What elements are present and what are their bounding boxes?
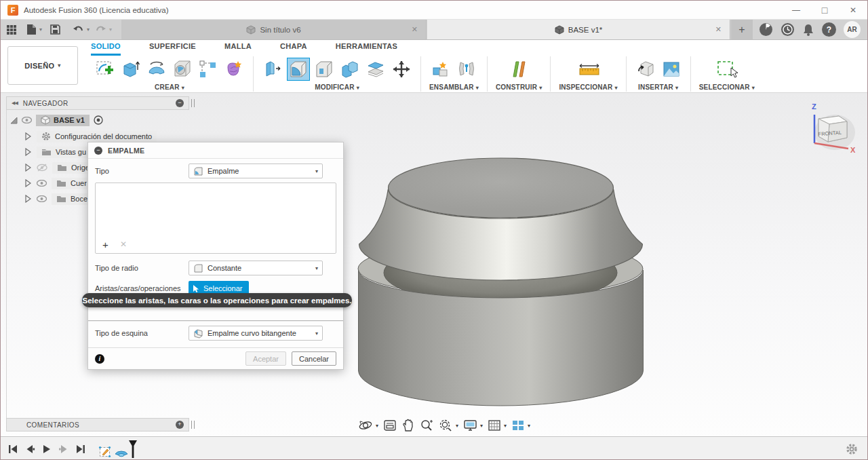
grid-caret-icon[interactable]: ▾ <box>504 423 507 429</box>
revolve-icon[interactable] <box>146 58 167 80</box>
apps-grid-icon[interactable] <box>6 24 17 35</box>
fillet-type-dropdown[interactable]: Empalme ▾ <box>189 164 323 178</box>
visibility-eye-icon[interactable] <box>37 195 47 202</box>
construction-plane-icon[interactable] <box>508 58 530 80</box>
look-at-icon[interactable] <box>383 419 397 432</box>
redo-caret-icon[interactable]: ▾ <box>109 26 112 33</box>
workspace-selector[interactable]: DISEÑO ▾ <box>7 46 78 85</box>
file-menu-icon[interactable] <box>26 24 37 35</box>
minimize-button[interactable]: — <box>782 1 810 19</box>
user-avatar[interactable]: AR <box>844 21 861 38</box>
press-pull-icon[interactable] <box>262 58 283 80</box>
doc-tab-base[interactable]: BASE v1* ✕ <box>427 20 730 39</box>
remove-selection-icon[interactable]: ✕ <box>120 239 127 249</box>
job-status-clock-icon[interactable] <box>781 22 795 37</box>
step-forward-icon[interactable] <box>58 444 69 455</box>
group-label-crear[interactable]: CREAR▾ <box>155 83 184 91</box>
tree-item[interactable]: Cuer <box>52 178 92 189</box>
tree-row-bodies[interactable]: Cuer <box>25 176 92 190</box>
navigator-header[interactable]: ◀◀ NAVEGADOR − <box>6 96 189 110</box>
tree-row-sketches[interactable]: Boce <box>25 192 92 206</box>
undo-icon[interactable] <box>73 25 84 35</box>
joint-icon[interactable] <box>456 58 477 80</box>
extensions-icon[interactable] <box>759 22 773 37</box>
group-label-seleccionar[interactable]: SELECCIONAR▾ <box>699 83 755 91</box>
new-tab-button[interactable]: + <box>731 20 753 39</box>
combine-icon[interactable] <box>339 58 361 80</box>
model-3d[interactable] <box>340 151 658 419</box>
tab-close-icon[interactable]: ✕ <box>412 25 418 34</box>
tab-herramientas[interactable]: HERRAMIENTAS <box>336 42 397 56</box>
tab-solido[interactable]: SOLIDO <box>91 42 121 56</box>
sketch-feature-icon[interactable] <box>98 445 112 459</box>
collapse-circle-icon[interactable]: − <box>176 99 184 107</box>
timeline-settings-gear-icon[interactable] <box>846 443 867 455</box>
tree-root-item[interactable]: BASE v1 <box>36 115 90 126</box>
new-component-icon[interactable] <box>430 58 452 80</box>
collapsed-arrow-icon[interactable] <box>25 132 31 140</box>
help-icon[interactable]: ? <box>822 22 836 37</box>
viewports-caret-icon[interactable]: ▾ <box>528 423 530 429</box>
select-icon[interactable] <box>716 58 738 80</box>
orbit-caret-icon[interactable]: ▾ <box>376 423 378 429</box>
group-label-inspeccionar[interactable]: INSPECCIONAR▾ <box>559 83 617 91</box>
go-to-end-icon[interactable] <box>75 444 86 455</box>
expand-comments-icon[interactable]: + <box>176 421 184 429</box>
viewport-canvas[interactable]: Z X FRONTAL ◀◀ NAVEGADOR − BASE v1 <box>1 93 867 436</box>
tree-row-origin[interactable]: Orige <box>25 161 94 174</box>
doc-tab-sin-titulo[interactable]: Sin título v6 ✕ <box>121 20 427 39</box>
group-label-insertar[interactable]: INSERTAR▾ <box>638 83 678 91</box>
timeline-playhead[interactable] <box>128 440 138 459</box>
file-menu-caret-icon[interactable]: ▾ <box>39 26 42 33</box>
tab-chapa[interactable]: CHAPA <box>280 42 307 56</box>
comments-header[interactable]: COMENTARIOS + <box>6 418 189 432</box>
tree-row-doc-settings[interactable]: Configuración del documento <box>25 130 157 143</box>
expanded-arrow-icon[interactable] <box>10 117 18 124</box>
display-caret-icon[interactable]: ▾ <box>480 423 483 429</box>
redo-icon[interactable] <box>95 25 106 35</box>
activate-component-radio-icon[interactable] <box>94 115 103 125</box>
zoom-window-caret-icon[interactable]: ▾ <box>456 423 458 429</box>
visibility-off-eye-icon[interactable] <box>37 164 47 172</box>
save-icon[interactable] <box>50 24 60 35</box>
zoom-window-icon[interactable] <box>438 419 453 432</box>
measure-icon[interactable] <box>578 58 599 80</box>
create-form-icon[interactable] <box>223 58 245 80</box>
fillet-dialog[interactable]: − EMPALME Tipo Empalme ▾ + ✕ Tipo de rad… <box>87 142 344 370</box>
tree-row-root[interactable]: BASE v1 <box>10 113 106 127</box>
tab-superficie[interactable]: SUPERFICIE <box>149 42 196 56</box>
orbit-icon[interactable] <box>358 419 373 432</box>
move-icon[interactable] <box>391 58 412 80</box>
maximize-button[interactable]: □ <box>810 1 839 19</box>
go-to-start-icon[interactable] <box>7 444 18 455</box>
collapsed-arrow-icon[interactable] <box>25 195 31 203</box>
notifications-bell-icon[interactable] <box>802 23 814 37</box>
cancel-button[interactable]: Cancelar <box>292 351 336 366</box>
comments-grip[interactable] <box>191 421 195 429</box>
navigator-grip[interactable] <box>191 99 195 107</box>
tab-malla[interactable]: MALLA <box>224 42 252 56</box>
extrude-icon[interactable] <box>120 58 142 80</box>
tree-item[interactable]: Configuración del documento <box>37 131 157 142</box>
group-label-ensamblar[interactable]: ENSAMBLAR▾ <box>429 83 479 91</box>
play-icon[interactable] <box>41 444 52 455</box>
viewports-icon[interactable] <box>511 419 525 432</box>
insert-derive-icon[interactable] <box>635 58 656 80</box>
tree-item[interactable]: Vistas gu <box>37 147 91 158</box>
offset-face-icon[interactable] <box>365 58 387 80</box>
zoom-icon[interactable] <box>420 419 433 432</box>
shell-icon[interactable] <box>313 58 335 80</box>
display-settings-icon[interactable] <box>463 419 477 432</box>
radius-type-dropdown[interactable]: Constante ▾ <box>189 261 323 275</box>
grid-settings-icon[interactable] <box>488 419 501 432</box>
create-sketch-icon[interactable] <box>94 58 116 80</box>
revolve-feature-icon[interactable] <box>114 445 129 459</box>
step-back-icon[interactable] <box>24 444 35 455</box>
corner-type-dropdown[interactable]: Empalme curvo bitangente ▾ <box>189 326 323 341</box>
group-label-construir[interactable]: CONSTRUIR▾ <box>496 83 542 91</box>
undo-caret-icon[interactable]: ▾ <box>87 26 90 33</box>
accept-button[interactable]: Aceptar <box>245 351 286 366</box>
visibility-eye-icon[interactable] <box>22 117 32 123</box>
rectangular-pattern-icon[interactable] <box>197 58 219 80</box>
tree-item[interactable]: Boce <box>52 193 92 205</box>
